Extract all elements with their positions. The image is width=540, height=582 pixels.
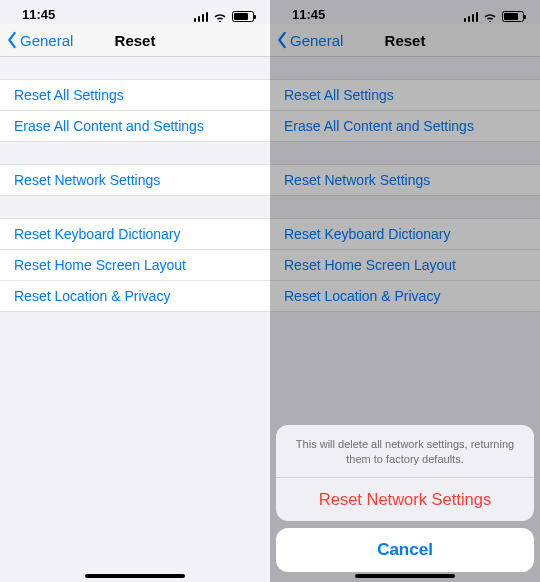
back-label: General [20,32,73,49]
status-time: 11:45 [292,7,325,22]
action-sheet-message: This will delete all network settings, r… [276,425,534,478]
wifi-icon [213,12,227,22]
settings-list: Reset All Settings Erase All Content and… [270,57,540,312]
chevron-left-icon [276,31,288,49]
reset-network-settings[interactable]: Reset Network Settings [0,165,270,195]
back-label: General [290,32,343,49]
reset-home-screen-layout[interactable]: Reset Home Screen Layout [0,250,270,281]
wifi-icon [483,12,497,22]
status-bar: 11:45 [0,0,270,24]
confirm-reset-button[interactable]: Reset Network Settings [276,478,534,521]
reset-keyboard-dictionary[interactable]: Reset Keyboard Dictionary [0,219,270,250]
reset-keyboard-dictionary[interactable]: Reset Keyboard Dictionary [270,219,540,250]
nav-bar: General Reset [270,24,540,57]
reset-location-privacy[interactable]: Reset Location & Privacy [270,281,540,311]
erase-all-content[interactable]: Erase All Content and Settings [0,111,270,141]
battery-icon [232,11,254,22]
action-sheet: This will delete all network settings, r… [276,425,534,572]
page-title: Reset [385,32,426,49]
chevron-left-icon [6,31,18,49]
page-title: Reset [115,32,156,49]
reset-all-settings[interactable]: Reset All Settings [0,80,270,111]
erase-all-content[interactable]: Erase All Content and Settings [270,111,540,141]
status-bar: 11:45 [270,0,540,24]
battery-icon [502,11,524,22]
group-misc: Reset Keyboard Dictionary Reset Home Scr… [0,218,270,312]
group-network: Reset Network Settings [0,164,270,196]
back-button[interactable]: General [276,31,343,49]
group-general: Reset All Settings Erase All Content and… [0,79,270,142]
cancel-button[interactable]: Cancel [276,528,534,572]
settings-list: Reset All Settings Erase All Content and… [0,57,270,312]
reset-home-screen-layout[interactable]: Reset Home Screen Layout [270,250,540,281]
home-indicator[interactable] [355,574,455,578]
phone-left: 11:45 General Reset Reset All Settings E… [0,0,270,582]
reset-location-privacy[interactable]: Reset Location & Privacy [0,281,270,311]
home-indicator[interactable] [85,574,185,578]
action-sheet-card: This will delete all network settings, r… [276,425,534,521]
status-indicators [194,11,255,22]
phone-right: 11:45 General Reset Reset All Settings E… [270,0,540,582]
group-misc: Reset Keyboard Dictionary Reset Home Scr… [270,218,540,312]
status-time: 11:45 [22,7,55,22]
cellular-icon [464,12,479,22]
nav-bar: General Reset [0,24,270,57]
status-indicators [464,11,525,22]
cellular-icon [194,12,209,22]
group-network: Reset Network Settings [270,164,540,196]
group-general: Reset All Settings Erase All Content and… [270,79,540,142]
back-button[interactable]: General [6,31,73,49]
reset-network-settings[interactable]: Reset Network Settings [270,165,540,195]
reset-all-settings[interactable]: Reset All Settings [270,80,540,111]
